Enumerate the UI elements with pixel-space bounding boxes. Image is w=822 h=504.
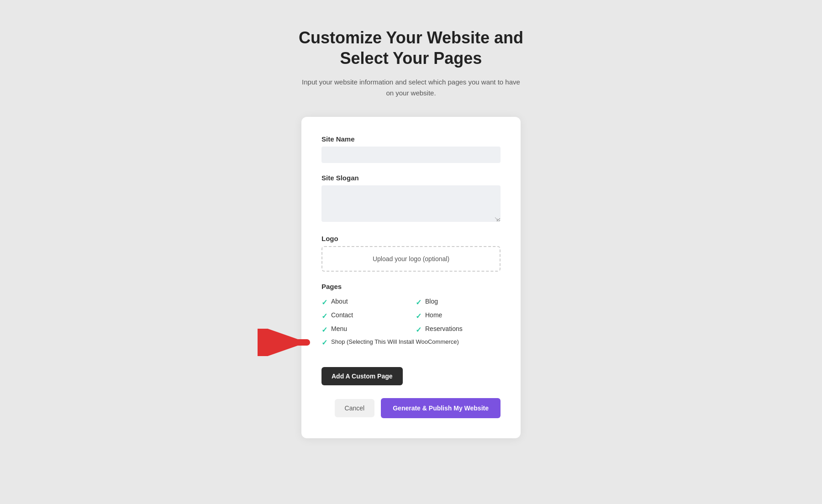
check-icon-contact: ✓ xyxy=(321,312,327,320)
page-label-menu: Menu xyxy=(331,325,347,332)
form-card: Site Name Site Slogan ↘ Logo Upload your… xyxy=(301,117,521,438)
page-label-home: Home xyxy=(425,311,442,319)
page-label-reservations: Reservations xyxy=(425,325,463,332)
page-item-menu[interactable]: ✓ Menu xyxy=(321,325,406,334)
page-subtitle: Input your website information and selec… xyxy=(301,77,521,99)
check-icon-menu: ✓ xyxy=(321,326,327,334)
add-custom-page-button[interactable]: Add A Custom Page xyxy=(321,367,403,385)
site-slogan-group: Site Slogan ↘ xyxy=(321,174,501,224)
logo-upload-button[interactable]: Upload your logo (optional) xyxy=(321,246,501,272)
actions-row: Cancel Generate & Publish My Website xyxy=(321,398,501,418)
cancel-button[interactable]: Cancel xyxy=(335,399,375,417)
page-item-shop[interactable]: ✓ Shop (Selecting This Will Install WooC… xyxy=(321,338,459,347)
shop-row-container: ✓ Shop (Selecting This Will Install WooC… xyxy=(321,338,501,347)
arrow-decoration xyxy=(258,329,312,356)
check-icon-about: ✓ xyxy=(321,298,327,307)
page-item-contact[interactable]: ✓ Contact xyxy=(321,311,406,320)
site-slogan-wrapper: ↘ xyxy=(321,185,501,224)
pages-label: Pages xyxy=(321,283,501,290)
site-name-group: Site Name xyxy=(321,135,501,163)
check-icon-home: ✓ xyxy=(416,312,422,320)
add-custom-page-container: Add A Custom Page xyxy=(321,358,501,398)
check-icon-blog: ✓ xyxy=(416,298,422,307)
page-container: Customize Your Website and Select Your P… xyxy=(91,27,731,438)
check-icon-reservations: ✓ xyxy=(416,326,422,334)
pages-grid: ✓ About ✓ Blog ✓ Contact ✓ Home xyxy=(321,298,501,334)
page-label-shop: Shop (Selecting This Will Install WooCom… xyxy=(331,338,459,346)
pages-group: Pages ✓ About ✓ Blog ✓ Contact xyxy=(321,283,501,347)
check-icon-shop: ✓ xyxy=(321,338,327,347)
page-label-contact: Contact xyxy=(331,311,353,319)
site-name-input[interactable] xyxy=(321,147,501,163)
logo-label: Logo xyxy=(321,235,501,242)
logo-group: Logo Upload your logo (optional) xyxy=(321,235,501,272)
site-slogan-label: Site Slogan xyxy=(321,174,501,182)
site-slogan-input[interactable] xyxy=(321,185,501,222)
page-label-blog: Blog xyxy=(425,298,438,305)
page-title: Customize Your Website and Select Your P… xyxy=(299,27,523,68)
page-label-about: About xyxy=(331,298,348,305)
page-item-about[interactable]: ✓ About xyxy=(321,298,406,307)
site-name-label: Site Name xyxy=(321,135,501,143)
publish-button[interactable]: Generate & Publish My Website xyxy=(381,398,501,418)
page-item-reservations[interactable]: ✓ Reservations xyxy=(416,325,501,334)
page-item-home[interactable]: ✓ Home xyxy=(416,311,501,320)
page-item-blog[interactable]: ✓ Blog xyxy=(416,298,501,307)
